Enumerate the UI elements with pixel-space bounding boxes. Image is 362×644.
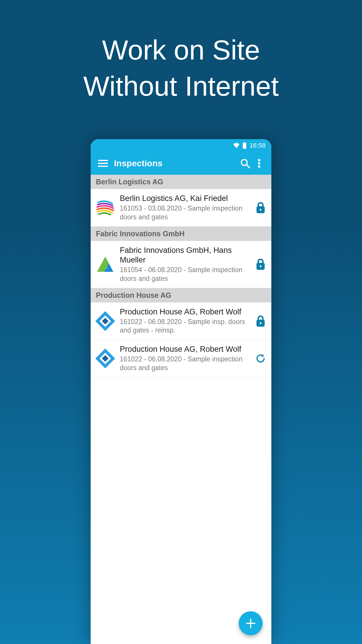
svg-point-13 [260, 265, 261, 267]
company-logo [95, 197, 116, 218]
item-subtitle: 161022 - 06.08.2020 - Sample insp. doors… [120, 318, 250, 335]
svg-rect-4 [98, 166, 108, 167]
svg-point-9 [258, 165, 260, 168]
svg-point-7 [258, 159, 260, 161]
svg-rect-3 [98, 163, 108, 164]
more-vert-icon [258, 159, 260, 168]
item-title: Production House AG, Robert Wolf [120, 307, 250, 317]
phone-frame: 16:58 Inspections Berlin Logistics AG [91, 139, 271, 644]
item-status-icon [254, 258, 267, 271]
search-icon [240, 158, 250, 168]
item-status-icon [254, 314, 267, 328]
plus-icon [245, 618, 256, 629]
diamond-icon [95, 311, 115, 331]
item-title: Berlin Logistics AG, Kai Friedel [120, 194, 250, 204]
triangle-icon [96, 255, 115, 274]
hero-line-2: Without Internet [83, 68, 279, 104]
item-title: Production House AG, Robert Wolf [120, 344, 250, 354]
status-bar: 16:58 [91, 139, 271, 152]
battery-icon [242, 142, 247, 149]
company-logo [95, 311, 116, 332]
company-logo [95, 348, 116, 369]
list-item[interactable]: Production House AG, Robert Wolf 161022 … [91, 340, 271, 377]
svg-rect-2 [98, 160, 108, 161]
list-item[interactable]: Fabric Innovations GmbH, Hans Mueller 16… [91, 241, 271, 288]
svg-line-6 [247, 165, 249, 168]
search-button[interactable] [238, 156, 252, 170]
svg-rect-1 [243, 143, 246, 149]
app-bar: Inspections [91, 152, 271, 175]
lock-icon [256, 316, 265, 327]
wifi-icon [233, 143, 240, 148]
list-item[interactable]: Berlin Logistics AG, Kai Friedel 161053 … [91, 189, 271, 227]
svg-point-8 [258, 162, 260, 164]
status-time: 16:58 [249, 142, 266, 149]
hero-heading: Work on Site Without Internet [83, 32, 279, 104]
svg-point-18 [260, 322, 261, 324]
section-header: Berlin Logistics AG [91, 175, 271, 189]
app-title: Inspections [114, 158, 238, 168]
inspection-list[interactable]: Berlin Logistics AG [91, 175, 271, 644]
item-subtitle: 161022 - 06.08.2020 - Sample inspection … [120, 355, 250, 372]
section-header: Fabric Innovations GmbH [91, 227, 271, 241]
hero-line-1: Work on Site [83, 32, 279, 68]
lock-icon [256, 259, 265, 270]
refresh-icon [255, 353, 266, 364]
menu-button[interactable] [96, 156, 110, 170]
svg-rect-0 [244, 142, 245, 143]
fab-add[interactable] [239, 611, 263, 635]
section-header: Production House AG [91, 288, 271, 302]
svg-point-11 [260, 209, 261, 211]
item-subtitle: 161053 - 03.08.2020 - Sample inspection … [120, 204, 250, 222]
item-status-icon [254, 352, 267, 365]
hamburger-icon [98, 160, 108, 167]
item-status-icon [254, 201, 267, 214]
rainbow-swirl-icon [95, 198, 115, 218]
diamond-icon [95, 348, 115, 369]
item-title: Fabric Innovations GmbH, Hans Mueller [120, 246, 250, 265]
company-logo [95, 254, 116, 275]
item-subtitle: 161054 - 06.08.2020 - Sample inspection … [120, 266, 250, 283]
list-item[interactable]: Production House AG, Robert Wolf 161022 … [91, 302, 271, 340]
more-button[interactable] [252, 156, 266, 170]
lock-icon [256, 202, 265, 213]
